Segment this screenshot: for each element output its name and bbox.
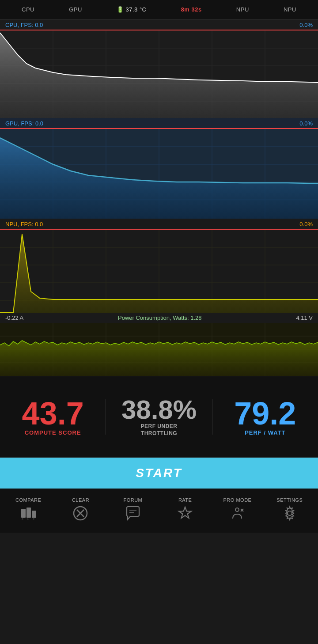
- battery-icon: 🔋: [117, 6, 124, 13]
- compute-score-value: 43.7: [22, 398, 84, 429]
- npu-chart-svg: [0, 230, 318, 313]
- gpu-chart-label-bar: GPU, FPS: 0.0 0.0%: [0, 118, 318, 128]
- status-cpu: CPU: [22, 6, 34, 13]
- gpu-fps-label: GPU, FPS: 0.0: [5, 120, 43, 127]
- cpu-fps-label: CPU, FPS: 0.0: [5, 22, 43, 28]
- perf-watt-value: 79.2: [234, 398, 296, 429]
- status-time: 8m 32s: [181, 6, 202, 13]
- nav-rate[interactable]: RATE: [159, 497, 211, 524]
- npu-fps-label: NPU, FPS: 0.0: [5, 221, 43, 227]
- cpu-fps-value: 0.0%: [299, 22, 313, 28]
- nav-clear-label: CLEAR: [72, 497, 89, 503]
- nav-compare-label: COMPARE: [15, 497, 41, 503]
- npu-fps-value: 0.0%: [299, 221, 313, 227]
- nav-compare[interactable]: COMPARE 2 3 1: [2, 497, 54, 524]
- svg-text:1: 1: [27, 517, 29, 520]
- settings-icon: [282, 505, 298, 524]
- svg-point-54: [288, 511, 292, 515]
- clear-icon: [72, 505, 88, 524]
- power-voltage: 4.11 V: [296, 314, 313, 321]
- status-npu1: NPU: [236, 6, 249, 13]
- svg-marker-50: [179, 507, 191, 518]
- compute-score-stat: 43.7 COMPUTE SCORE: [0, 398, 106, 436]
- gpu-chart: [0, 128, 318, 219]
- status-bar: CPU GPU 🔋 37.3 °C 8m 32s NPU NPU: [0, 0, 318, 19]
- rate-icon: [177, 505, 193, 524]
- svg-marker-38: [0, 341, 318, 376]
- status-gpu: GPU: [69, 6, 82, 13]
- nav-settings-label: SETTINGS: [276, 497, 303, 503]
- gpu-fps-value: 0.0%: [299, 120, 313, 127]
- bottom-nav: COMPARE 2 3 1 CLEAR FORUM: [0, 489, 318, 533]
- svg-text:2: 2: [22, 517, 23, 520]
- svg-rect-39: [21, 509, 26, 518]
- npu-chart: [0, 229, 318, 313]
- start-button[interactable]: START: [0, 458, 318, 489]
- perf-watt-stat: 79.2 PERF / WATT: [212, 398, 318, 436]
- gpu-chart-svg: [0, 129, 318, 219]
- voltage-chart: [0, 323, 318, 376]
- voltage-chart-svg: [0, 323, 318, 376]
- nav-pro-mode-label: PRO MODE: [223, 497, 252, 503]
- power-label-bar: -0.22 A Power Consumption, Watts: 1.28 4…: [0, 313, 318, 323]
- perf-throttling-label: PERF UNDERTHROTTLING: [140, 423, 177, 437]
- perf-throttling-value: 38.8%: [121, 397, 197, 423]
- nav-clear[interactable]: CLEAR: [54, 497, 106, 524]
- power-watts: Power Consumption, Watts: 1.28: [118, 314, 202, 321]
- power-current: -0.22 A: [5, 314, 23, 321]
- cpu-chart: [0, 30, 318, 118]
- status-npu2: NPU: [284, 6, 296, 13]
- pro-mode-icon: [229, 505, 245, 524]
- nav-rate-label: RATE: [178, 497, 192, 503]
- nav-forum[interactable]: FORUM: [107, 497, 159, 524]
- svg-point-51: [235, 508, 239, 511]
- compare-icon: 2 3 1: [20, 505, 36, 524]
- status-temperature: 🔋 37.3 °C: [117, 6, 147, 13]
- svg-rect-40: [26, 508, 31, 518]
- perf-watt-label: PERF / WATT: [245, 429, 285, 436]
- forum-icon: [125, 505, 141, 524]
- nav-settings[interactable]: SETTINGS: [264, 497, 316, 524]
- cpu-chart-svg: [0, 30, 318, 118]
- start-button-label: START: [136, 466, 182, 480]
- npu-chart-label-bar: NPU, FPS: 0.0 0.0%: [0, 219, 318, 229]
- stats-section: 43.7 COMPUTE SCORE 38.8% PERF UNDERTHROT…: [0, 376, 318, 458]
- perf-throttling-stat: 38.8% PERF UNDERTHROTTLING: [106, 397, 212, 437]
- cpu-chart-label-bar: CPU, FPS: 0.0 0.0%: [0, 19, 318, 30]
- svg-text:3: 3: [33, 517, 34, 520]
- compute-score-label: COMPUTE SCORE: [25, 429, 81, 436]
- nav-forum-label: FORUM: [123, 497, 142, 503]
- nav-pro-mode[interactable]: PRO MODE: [211, 497, 263, 524]
